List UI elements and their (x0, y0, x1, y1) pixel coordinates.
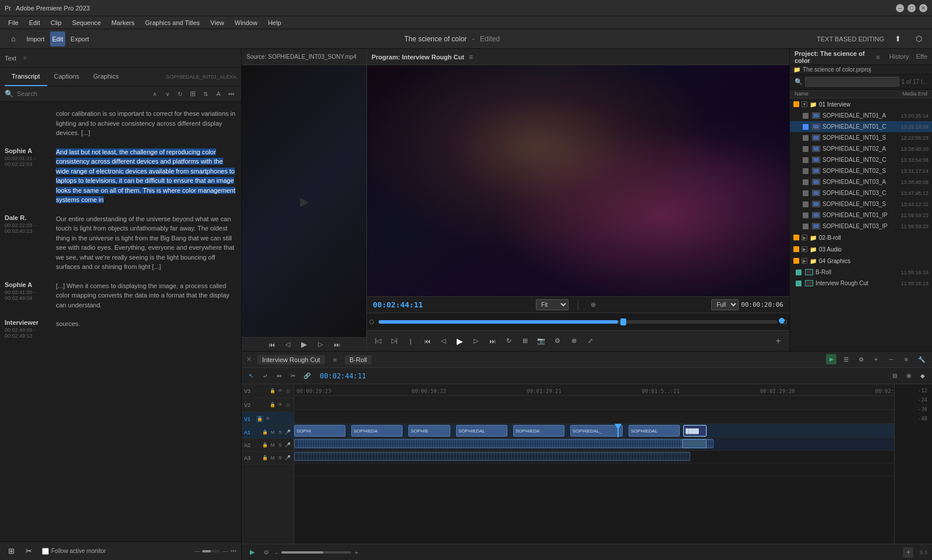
text-hamburger[interactable]: ≡ (23, 55, 27, 61)
folder-02-broll[interactable]: ▶ 📁 02-B-roll (790, 232, 932, 243)
folder-expand-01[interactable]: ▼ (802, 101, 807, 107)
tab-captions[interactable]: Captions (47, 68, 86, 86)
filter-button[interactable]: ⇅ (200, 88, 211, 99)
clip-sophie[interactable]: SOPHIE (408, 425, 450, 437)
clip-sophiedal[interactable]: SOPHIEDAL (456, 425, 507, 437)
a1-mic-icon[interactable]: 🎤 (284, 429, 291, 436)
v3-mute-icon[interactable]: ◎ (284, 388, 291, 395)
search-input[interactable] (17, 90, 146, 97)
tab-effe[interactable]: Effe (916, 53, 927, 61)
prog-camera[interactable]: 📷 (535, 335, 548, 348)
src-step-fwd-button[interactable]: ▷ (314, 338, 327, 351)
menu-clip[interactable]: Clip (46, 18, 66, 27)
file-interview-rough-cut[interactable]: Interview Rough Cut 11:59:16:19 (790, 278, 932, 289)
file-sophiedale-int01-s[interactable]: SOPHIEDALE_INT01_S 12:22:56:23 (790, 132, 932, 143)
volume-slider[interactable] (202, 550, 220, 552)
tl-razor-tool[interactable]: ✂ (287, 370, 299, 382)
clip-sophieda-1[interactable]: SOPHIEDA (351, 425, 403, 437)
scrubber-thumb[interactable] (620, 318, 626, 325)
a1-lock-icon[interactable]: 🔒 (262, 429, 269, 436)
menu-view[interactable]: View (206, 18, 229, 27)
audio-clip-a2[interactable] (294, 452, 690, 461)
clip-sophiedal-2[interactable]: SOPHIEDAL (629, 425, 680, 437)
safe-margins-icon[interactable]: ⊕ (588, 300, 598, 310)
folder-01-interview[interactable]: ▼ 📁 01 Interview (790, 98, 932, 110)
src-rewind-button[interactable]: ⏮ (265, 338, 278, 351)
scrubber-start-icon[interactable] (369, 320, 374, 324)
tl-zoom-out-btn[interactable]: ─ (885, 354, 897, 366)
more-options-button[interactable]: ••• (226, 88, 236, 99)
text-based-editing-label[interactable]: TEXT BASED EDITING (817, 36, 884, 42)
file-sophiedale-int03-c[interactable]: SOPHIEDALE_INT03_C 13:47:45:12 (790, 187, 932, 199)
match-speaker-button[interactable]: ⊞ (188, 88, 198, 99)
prog-multi[interactable]: ⊗ (567, 335, 580, 348)
v2-mute-icon[interactable]: ◎ (284, 402, 291, 409)
project-search-input[interactable] (805, 77, 899, 87)
prog-loop[interactable]: ↻ (502, 335, 515, 348)
add-track-button[interactable]: + (903, 547, 913, 558)
file-sophiedale-int01-ip[interactable]: SOPHIEDALE_INT01_IP 11:59:59:23 (790, 210, 932, 221)
file-broll[interactable]: B-Roll 11:59:16:19 (790, 267, 932, 278)
prog-go-out[interactable]: ⏭ (486, 335, 499, 348)
file-sophiedale-int03-ip[interactable]: SOPHIEDALE_INT03_IP 11:59:59:23 (790, 221, 932, 232)
transcript-text-2[interactable]: Our entire understanding of the universe… (56, 214, 236, 272)
menu-sequence[interactable]: Sequence (68, 18, 106, 27)
menu-markers[interactable]: Markers (107, 18, 139, 27)
tl-ripple-tool[interactable]: ⤾ (259, 370, 271, 382)
transcript-text-0[interactable]: color calibration is so important to cor… (56, 109, 236, 138)
menu-graphics-titles[interactable]: Graphics and Titles (140, 18, 204, 27)
export-icon-button[interactable]: ⬆ (890, 31, 905, 47)
a1-s-icon[interactable]: S (277, 429, 284, 436)
a2-lock-icon[interactable]: 🔒 (262, 442, 269, 449)
bottom-scissors-button[interactable]: ✂ (22, 545, 35, 558)
v1-eye-icon[interactable]: 👁 (264, 416, 271, 423)
tab-graphics[interactable]: Graphics (86, 68, 126, 86)
v3-lock-icon[interactable]: 🔒 (269, 388, 276, 395)
bottom-more-icon[interactable]: ••• (230, 548, 236, 554)
tl-more-btn[interactable]: ≡ (901, 354, 912, 366)
program-scrubber[interactable] (367, 313, 789, 330)
prog-step-fwd[interactable]: ▷ (469, 335, 482, 348)
transcript-text-4[interactable]: sources. (56, 319, 236, 339)
src-play-button[interactable]: ▶ (298, 338, 310, 351)
file-sophiedale-int02-a[interactable]: SOPHIEDALE_INT02_A 13:28:40:20 (790, 143, 932, 154)
prog-step-back[interactable]: ◁ (437, 335, 450, 348)
v3-eye-icon[interactable]: 👁 (277, 388, 284, 395)
program-timecode[interactable]: 00:02:44:11 (373, 300, 423, 309)
audio-clip-a1-selected[interactable] (682, 439, 707, 448)
tl-select-tool[interactable]: ↖ (245, 370, 257, 382)
src-ffwd-button[interactable]: ⏭ (330, 338, 343, 351)
a1-m-icon[interactable]: M (269, 429, 276, 436)
tab-transcript[interactable]: Transcript (5, 68, 47, 86)
a3-mic-icon[interactable]: 🎤 (284, 455, 291, 462)
tl-bottom-marker[interactable]: ▶ (246, 547, 258, 558)
v2-lock-icon[interactable]: 🔒 (269, 402, 276, 409)
tl-list-view-btn[interactable]: ☰ (840, 354, 852, 366)
program-monitor-menu[interactable]: ≡ (469, 53, 473, 61)
tl-link-btn[interactable]: ⊕ (903, 370, 915, 382)
menu-help[interactable]: Help (263, 18, 286, 27)
tl-add-track-btn[interactable]: ▶ (826, 354, 836, 364)
prog-mark-in[interactable]: |◁ (372, 335, 384, 348)
file-sophiedale-int01-a[interactable]: SOPHIEDALE_INT01_A 13:20:35:14 (790, 110, 932, 121)
tl-add-marker-btn[interactable]: ◆ (917, 370, 929, 382)
export-button[interactable]: Export (72, 31, 87, 47)
tab-history[interactable]: History (889, 53, 909, 61)
a3-s-icon[interactable]: S (277, 455, 284, 462)
src-step-back-button[interactable]: ◁ (281, 338, 294, 351)
clip-sophi[interactable]: SOPHI (294, 425, 345, 437)
clip-sophieda-2[interactable]: SOPHIEDA (513, 425, 564, 437)
timeline-hamburger[interactable]: ≡ (333, 356, 337, 363)
folder-03-audio[interactable]: ▶ 📁 03 Audio (790, 243, 932, 255)
a2-m-icon[interactable]: M (269, 442, 276, 449)
window-controls[interactable]: ─ □ ✕ (896, 4, 927, 12)
v2-eye-icon[interactable]: 👁 (277, 402, 284, 409)
folder-expand-04[interactable]: ▶ (802, 258, 807, 264)
close-button[interactable]: ✕ (919, 4, 927, 12)
a3-m-icon[interactable]: M (269, 455, 276, 462)
timeline-tab-interview[interactable]: Interview Rough Cut (257, 355, 325, 364)
prog-fullscreen[interactable]: ⤢ (584, 335, 596, 348)
folder-04-graphics[interactable]: ▶ 📁 04 Graphics (790, 255, 932, 267)
a2-mic-icon[interactable]: 🎤 (284, 442, 291, 449)
folder-expand-02[interactable]: ▶ (802, 235, 807, 240)
